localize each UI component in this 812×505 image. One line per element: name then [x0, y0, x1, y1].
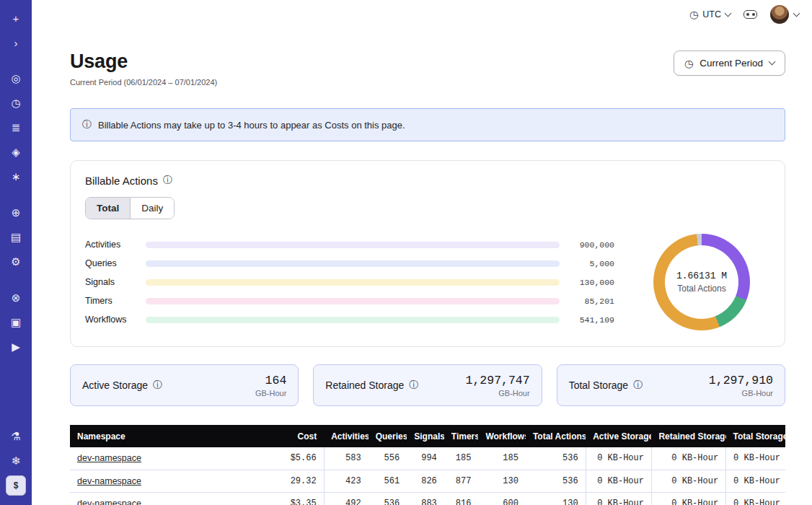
page-header: Usage Current Period (06/01/2024 – 07/01… [70, 50, 785, 87]
cell-activities: 492 [324, 492, 369, 505]
cell-queries: 536 [369, 492, 407, 505]
column-header-timers: Timers [444, 425, 479, 447]
info-banner: ⓘ Billable Actions may take up to 3-4 ho… [70, 108, 785, 141]
cell-active_storage: 0 KB-Hour [586, 447, 651, 470]
batch-icon[interactable]: ∗ [6, 167, 26, 187]
info-banner-text: Billable Actions may take up to 3-4 hour… [98, 120, 405, 131]
bar-row: Queries5,000 [85, 254, 614, 273]
bar-label: Signals [85, 277, 137, 287]
bar-label: Activities [85, 240, 137, 250]
user-menu[interactable] [770, 5, 799, 24]
donut-total-label: Total Actions [677, 284, 725, 294]
collapse-sidebar-icon[interactable]: › [6, 32, 26, 53]
bar-value: 130,000 [568, 278, 614, 287]
clock-icon: ◷ [689, 9, 698, 20]
donut-center: 1.66131 M Total Actions [665, 245, 738, 319]
nexus-icon[interactable]: ◈ [6, 142, 26, 162]
settings-icon[interactable]: ⚙ [6, 252, 26, 272]
bar-track [146, 317, 560, 323]
column-header-namespace: Namespace [70, 425, 263, 447]
storage-card-total-storage: Total Storageⓘ1,297,910GB-Hour [557, 364, 785, 406]
column-header-active-storage: Active Storage [586, 425, 651, 447]
storage-unit: GB-Hour [255, 389, 286, 398]
temporal-logo-icon[interactable]: + [6, 8, 26, 28]
donut-total-value: 1.66131 M [676, 271, 727, 281]
cell-active_storage: 0 KB-Hour [586, 492, 651, 505]
period-selector-button[interactable]: ◷ Current Period [674, 50, 785, 76]
namespaces-table: NamespaceCostActivitiesQueriesSignalsTim… [70, 425, 785, 505]
bar-label: Timers [85, 296, 137, 306]
billable-tabs: TotalDaily [85, 197, 175, 219]
storage-label-text: Retained Storage [325, 379, 404, 391]
schedules-icon[interactable]: ◷ [6, 93, 26, 113]
cell-signals: 994 [407, 447, 444, 470]
timezone-label: UTC [702, 9, 721, 19]
table-body: dev-namespace$5.665835569941851855360 KB… [70, 447, 785, 505]
docs-icon[interactable]: ▣ [6, 312, 26, 333]
column-header-total-storage: Total Storage [726, 425, 785, 447]
cell-queries: 556 [369, 447, 407, 470]
cell-cost: $5.66 [263, 447, 324, 470]
table-header: NamespaceCostActivitiesQueriesSignalsTim… [70, 425, 785, 447]
topbar: ◷ UTC [32, 0, 812, 29]
tab-total[interactable]: Total [86, 198, 131, 219]
cell-total_actions: 130 [526, 492, 586, 505]
namespaces-icon[interactable]: ◎ [6, 69, 26, 89]
support-icon[interactable]: ⊗ [6, 288, 26, 308]
cell-total_actions: 536 [526, 447, 586, 470]
info-icon[interactable]: ⓘ [153, 379, 162, 392]
storage-card-active-storage: Active Storageⓘ164GB-Hour [70, 364, 299, 406]
storage-card-retained-storage: Retained Storageⓘ1,297,747GB-Hour [313, 364, 542, 406]
theme-icon[interactable]: ❄ [6, 451, 26, 471]
info-icon[interactable]: ⓘ [163, 174, 172, 187]
column-header-cost: Cost [263, 425, 324, 447]
donut-chart: 1.66131 M Total Actions [633, 234, 770, 330]
cell-cost: 29.32 [263, 470, 324, 492]
bar-row: Activities900,000 [85, 235, 614, 254]
billable-actions-title: Billable Actions ⓘ [85, 174, 770, 187]
billing-icon[interactable]: ▤ [6, 227, 26, 247]
donut-ring: 1.66131 M Total Actions [653, 234, 750, 330]
cell-timers: 877 [444, 470, 479, 492]
storage-label-text: Active Storage [82, 379, 148, 391]
info-icon[interactable]: ⓘ [633, 379, 643, 392]
storage-value: 1,297,747 [466, 374, 530, 387]
usage-icon[interactable]: $ [6, 475, 26, 496]
namespace-link[interactable]: dev-namespace [77, 499, 141, 505]
info-icon[interactable]: ⓘ [409, 379, 418, 392]
namespace-link[interactable]: dev-namespace [77, 453, 141, 463]
timer-icon: ◷ [684, 58, 693, 69]
column-header-activities: Activities [324, 425, 369, 447]
billable-chart: Activities900,000Queries5,000Signals130,… [85, 234, 770, 330]
billable-bars: Activities900,000Queries5,000Signals130,… [85, 235, 614, 329]
avatar [770, 5, 789, 24]
storage-unit: GB-Hour [709, 389, 773, 398]
column-header-retained-storage: Retained Storage [651, 425, 725, 447]
cell-timers: 816 [444, 492, 479, 505]
column-header-queries: Queries [369, 425, 407, 447]
cell-activities: 423 [324, 470, 369, 492]
deployments-icon[interactable]: ≣ [6, 118, 26, 138]
storage-card-label: Total Storageⓘ [569, 379, 643, 392]
billable-actions-card: Billable Actions ⓘ TotalDaily Activities… [70, 160, 785, 347]
nexus-goggles-icon[interactable] [743, 10, 757, 19]
tab-daily[interactable]: Daily [131, 198, 174, 219]
cell-signals: 883 [407, 492, 444, 505]
table-row: dev-namespace29.324235618268771305360 KB… [70, 470, 785, 492]
labs-icon[interactable]: ⚗ [6, 426, 26, 447]
timezone-selector[interactable]: ◷ UTC [689, 9, 731, 20]
cell-workflows: 600 [478, 492, 525, 505]
storage-card-label: Active Storageⓘ [82, 379, 162, 392]
table-row: dev-namespace$5.665835569941851855360 KB… [70, 447, 785, 470]
storage-value: 1,297,910 [709, 374, 773, 387]
cloud-icon[interactable]: ⊕ [6, 203, 26, 223]
namespace-link[interactable]: dev-namespace [77, 476, 141, 486]
chevron-down-icon [793, 9, 800, 17]
storage-label-text: Total Storage [569, 379, 629, 391]
cell-retained_storage: 0 KB-Hour [651, 447, 725, 470]
page-title: Usage [70, 50, 217, 73]
bar-track [146, 260, 560, 267]
getting-started-icon[interactable]: ▶ [6, 337, 26, 357]
cell-total_actions: 536 [526, 470, 586, 492]
cell-timers: 185 [444, 447, 479, 470]
